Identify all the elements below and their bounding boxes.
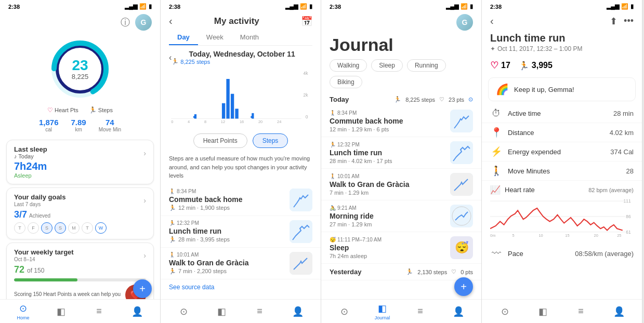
calendar-icon[interactable]: 📅 (301, 16, 312, 27)
j-icon-1: 🚶 (330, 110, 336, 116)
svg-rect-3 (290, 189, 312, 211)
home-header: ⓘ G (0, 12, 160, 33)
home-nav-icon-2: ⊙ (180, 306, 188, 317)
j-name-2: Lunch time run (330, 149, 450, 157)
nav-home-3[interactable]: ⊙ (325, 306, 363, 317)
chip-walking[interactable]: Walking (330, 59, 367, 72)
share-icon[interactable]: ⬆ (610, 16, 617, 27)
nav-profile-2[interactable]: 👤 (279, 306, 317, 317)
today-stats: 🏃 8,225 steps ♡ 23 pts ⊙ (394, 96, 473, 103)
journal-nav-icon-1: ◧ (57, 306, 65, 317)
screen-detail: 2:38 ▂▄▆ 📶 ▮ ‹ ⬆ ••• Lunch time run ✦ Oc… (482, 0, 642, 323)
activity-item-1[interactable]: 🚶 8:34 PM Commute back home 🏃 12 min · 1… (161, 184, 321, 216)
j-map-svg-4 (450, 205, 473, 227)
km-unit: km (71, 127, 86, 132)
see-source-link[interactable]: See source data (161, 279, 321, 295)
journal-nav-label-3: Journal (375, 315, 390, 320)
day-circles: T F S S M T W (14, 222, 146, 234)
detail-actions: ⬆ ••• (610, 16, 634, 27)
chip-sleep[interactable]: Sleep (371, 59, 403, 72)
profile-nav-icon-1: 👤 (132, 306, 143, 317)
ring-number: 23 (72, 58, 88, 73)
ring-wrap: 23 8,225 (49, 38, 111, 100)
back-icon-4[interactable]: ‹ (490, 15, 494, 27)
yesterday-steps-icon: 🏃 (406, 268, 413, 275)
goals-count: 3/7 (14, 209, 27, 220)
heart-pts-label: ♡ Heart Pts (47, 106, 78, 114)
distance-value: 4.02 km (610, 129, 634, 137)
weekly-title: Your weekly target (14, 248, 74, 256)
back-icon-2[interactable]: ‹ (169, 15, 173, 27)
tab-week[interactable]: Week (198, 30, 232, 45)
energy-label: Energy expended (508, 148, 561, 156)
nav-browse-4[interactable]: ≡ (562, 306, 600, 317)
encourage-icon: 🌈 (496, 83, 509, 96)
journal-item-1[interactable]: 🚶 8:34 PM Commute back home 12 min · 1.2… (321, 105, 481, 137)
daily-goals-card[interactable]: Your daily goals Last 7 days › 3/7 Achie… (6, 187, 154, 239)
move-min-label: Move Minutes (508, 167, 550, 175)
nav-profile-3[interactable]: 👤 (439, 306, 477, 317)
more-icon[interactable]: ••• (624, 16, 634, 27)
j-time-3: 🚶 10:01 AM (330, 173, 450, 179)
hr-x-5: 5 (512, 233, 514, 238)
chip-biking[interactable]: Biking (330, 76, 362, 88)
journal-item-3[interactable]: 🚶 10:01 AM Walk to Gran de Gràcia 7 min … (321, 169, 481, 200)
steps-btn[interactable]: Steps (253, 133, 288, 148)
journal-item-2[interactable]: 🏃 12:32 PM Lunch time run 28 min · 4.02 … (321, 137, 481, 169)
add-fab-3[interactable]: + (454, 277, 473, 296)
journal-left-2: 🏃 12:32 PM Lunch time run 28 min · 4.02 … (330, 142, 450, 164)
j-time-5: 😴 11:11 PM–7:10 AM (330, 237, 450, 243)
j-time-2: 🏃 12:32 PM (330, 142, 450, 147)
detail-date-text: Oct 11, 2017, 12:32 – 1:00 PM (497, 45, 582, 52)
hr-title: 📈 Heart rate (490, 185, 535, 195)
day-W: W (95, 222, 107, 234)
add-fab-1[interactable]: + (133, 279, 152, 298)
nav-home-4[interactable]: ⊙ (486, 306, 524, 317)
svg-rect-6 (450, 110, 473, 132)
avatar-1[interactable]: G (135, 14, 152, 31)
nav-profile-4[interactable]: 👤 (600, 306, 638, 317)
progress-fill (14, 278, 77, 281)
journal-item-5[interactable]: 😴 11:11 PM–7:10 AM Sleep 7h 24m asleep 😴 (321, 232, 481, 264)
steps-icon-date: 🏃 (172, 58, 179, 65)
activity-item-3[interactable]: 🚶 10:01 AM Walk to Gran de Gràcia 🏃 7 mi… (161, 248, 321, 279)
activity-meta-icon-2: 🏃 (169, 236, 176, 243)
tab-month[interactable]: Month (232, 30, 267, 45)
nav-browse-1[interactable]: ≡ (80, 306, 118, 317)
journal-header: G (321, 12, 481, 33)
y-label-0: 0 (306, 114, 308, 119)
hr-x-25: 25 (617, 233, 621, 238)
activity-meta-val-3: 7 min · 2,200 steps (178, 268, 227, 274)
likes-count: ♡ 17 (490, 60, 510, 71)
sleep-title-group: Last sleep ♪ Today (14, 145, 47, 160)
chip-running[interactable]: Running (407, 59, 446, 72)
nav-journal-2[interactable]: ◧ (203, 306, 241, 317)
tab-day[interactable]: Day (169, 30, 198, 45)
yesterday-pts-icon: ♡ (451, 268, 456, 275)
info-icon[interactable]: ⓘ (121, 16, 130, 29)
sleep-sub-text: Today (18, 153, 33, 159)
x-8: 8 (204, 119, 206, 124)
activity-item-2[interactable]: 🏃 12:32 PM Lunch time run 🏃 28 min · 3,9… (161, 216, 321, 248)
last-sleep-card[interactable]: Last sleep ♪ Today › 7h24m Asleep (6, 140, 154, 184)
screen-journal: 2:38 ▂▄▆ 📶 ▮ G Journal Walking Sleep Run… (321, 0, 482, 323)
nav-home-1[interactable]: ⊙ Home (4, 303, 42, 320)
heart-points-btn[interactable]: Heart Points (193, 133, 247, 148)
activity-time-2: 🏃 12:32 PM (169, 220, 290, 226)
activity-name-3: Walk to Gran de Gràcia (169, 259, 290, 267)
nav-browse-2[interactable]: ≡ (241, 306, 279, 317)
nav-home-2[interactable]: ⊙ (165, 306, 203, 317)
move-min-value: 28 (626, 167, 634, 175)
nav-browse-3[interactable]: ≡ (401, 306, 439, 317)
nav-profile-1[interactable]: 👤 (118, 306, 156, 317)
hr-x-20: 20 (594, 233, 598, 238)
avatar-3[interactable]: G (456, 14, 473, 31)
day-T2: T (82, 222, 93, 234)
nav-journal-4[interactable]: ◧ (524, 306, 562, 317)
nav-journal-3[interactable]: ◧ Journal (363, 303, 401, 320)
activity-tabs: Day Week Month (169, 30, 312, 46)
browse-nav-icon-1: ≡ (96, 306, 102, 317)
nav-journal-1[interactable]: ◧ (42, 306, 80, 317)
journal-item-4[interactable]: 🚴 9:21 AM Morning ride 27 min · 1.29 km (321, 200, 481, 232)
detail-header: ‹ ⬆ ••• (482, 12, 642, 30)
